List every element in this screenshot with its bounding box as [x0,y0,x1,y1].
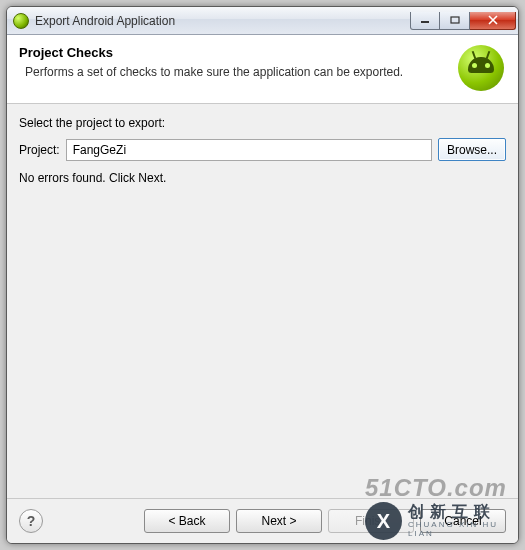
wizard-footer: ? < Back Next > Finish Cancel [7,498,518,543]
minimize-button[interactable] [410,12,440,30]
window-controls [410,12,516,30]
project-input[interactable] [66,139,432,161]
wizard-content: Select the project to export: Project: B… [7,104,518,498]
status-message: No errors found. Click Next. [19,171,506,185]
wizard-header: Project Checks Performs a set of checks … [7,35,518,104]
close-button[interactable] [470,12,516,30]
svg-rect-1 [451,17,459,23]
page-title: Project Checks [19,45,448,60]
titlebar[interactable]: Export Android Application [7,7,518,35]
project-label: Project: [19,143,60,157]
page-description: Performs a set of checks to make sure th… [19,64,448,81]
svg-rect-0 [421,21,429,23]
next-button[interactable]: Next > [236,509,322,533]
android-icon [458,45,504,91]
back-button[interactable]: < Back [144,509,230,533]
browse-button[interactable]: Browse... [438,138,506,161]
help-button[interactable]: ? [19,509,43,533]
app-icon [13,13,29,29]
select-project-label: Select the project to export: [19,116,506,130]
dialog-window: Export Android Application Project Check… [6,6,519,544]
cancel-button[interactable]: Cancel [420,509,506,533]
window-title: Export Android Application [35,14,410,28]
maximize-button[interactable] [440,12,470,30]
finish-button: Finish [328,509,414,533]
